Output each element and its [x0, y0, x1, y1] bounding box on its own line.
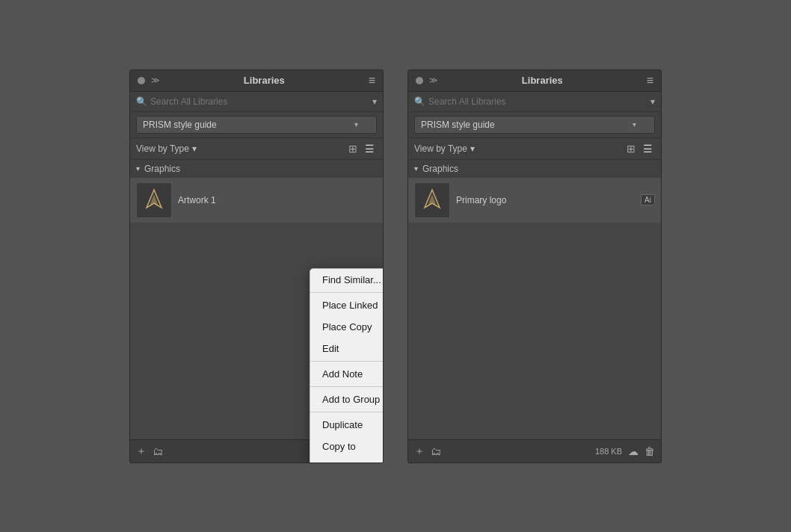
left-dropdown[interactable]: PRISM style guide ▾	[136, 116, 377, 134]
left-section-chevron: ▾	[136, 164, 140, 173]
context-menu: Find Similar... Place Linked Place Copy …	[310, 268, 384, 463]
ctx-duplicate-label: Duplicate	[322, 419, 363, 430]
artwork-label: Artwork 1	[178, 195, 216, 205]
artwork-thumbnail	[136, 182, 172, 218]
right-dropdown[interactable]: PRISM style guide ▾	[414, 116, 655, 134]
close-button[interactable]	[138, 77, 145, 84]
left-dropdown-wrapper: PRISM style guide ▾	[136, 116, 377, 134]
right-close-button[interactable]	[416, 77, 423, 84]
ctx-place-copy[interactable]: Place Copy	[310, 316, 384, 338]
ctx-duplicate[interactable]: Duplicate	[310, 414, 384, 436]
ctx-place-copy-label: Place Copy	[322, 321, 372, 332]
right-view-icons: ⊞ ☰	[624, 142, 655, 155]
left-panel-title: Libraries	[244, 75, 285, 86]
ctx-sep-2	[310, 361, 384, 362]
ctx-copy-to-label: Copy to	[322, 441, 356, 452]
right-panel-footer: ＋ 🗂 188 KB ☁ 🗑	[408, 439, 661, 463]
primary-logo-label: Primary logo	[456, 195, 506, 205]
ctx-edit-label: Edit	[322, 343, 339, 354]
right-collapse-button[interactable]: ≫	[429, 75, 438, 85]
ctx-find-similar-label: Find Similar...	[322, 274, 381, 285]
left-dropdown-chevron: ▾	[354, 120, 358, 129]
ctx-edit[interactable]: Edit	[310, 338, 384, 359]
left-panel: ≫ Libraries ≡ 🔍 ▾ PRISM style guide ▾ Vi…	[129, 69, 384, 463]
artwork-svg-icon	[141, 187, 167, 214]
ctx-sep-4	[310, 412, 384, 412]
collapse-button[interactable]: ≫	[151, 75, 160, 85]
artwork-item[interactable]: Artwork 1	[130, 178, 383, 223]
primary-logo-item[interactable]: Primary logo Ai	[408, 178, 661, 223]
right-panel-menu-icon[interactable]: ≡	[647, 75, 653, 87]
right-graphics-section[interactable]: ▾ Graphics	[408, 160, 661, 178]
left-dropdown-row: PRISM style guide ▾	[130, 112, 383, 138]
left-panel-menu-icon[interactable]: ≡	[369, 75, 375, 87]
ctx-place-linked-label: Place Linked	[322, 300, 378, 311]
right-search-icon: 🔍	[414, 96, 425, 107]
ctx-copy-to[interactable]: Copy to ▶	[310, 436, 384, 457]
right-view-type-chevron: ▾	[470, 143, 475, 154]
titlebar-left: ≫	[138, 75, 160, 85]
ctx-find-similar[interactable]: Find Similar...	[310, 269, 384, 291]
left-view-by-type[interactable]: View by Type ▾	[136, 143, 197, 154]
right-dropdown-wrapper: PRISM style guide ▾	[414, 116, 655, 134]
right-section-label: Graphics	[422, 164, 458, 174]
left-section-label: Graphics	[144, 164, 180, 174]
ctx-place-linked[interactable]: Place Linked	[310, 294, 384, 316]
right-trash-icon[interactable]: 🗑	[644, 445, 655, 457]
right-search-bar: 🔍 ▾	[408, 92, 661, 112]
left-list-view-button[interactable]: ☰	[363, 142, 377, 155]
primary-logo-badge: Ai	[641, 194, 655, 205]
right-panel: ≫ Libraries ≡ 🔍 ▾ PRISM style guide ▾ Vi…	[407, 69, 662, 463]
right-dropdown-row: PRISM style guide ▾	[408, 112, 661, 138]
ctx-move-to-label: Move to	[322, 463, 357, 463]
right-add-icon[interactable]: ＋	[414, 445, 425, 458]
right-panel-title: Libraries	[522, 75, 563, 86]
right-list-view-button[interactable]: ☰	[641, 142, 655, 155]
right-view-by-type-label: View by Type	[414, 143, 467, 154]
left-grid-view-button[interactable]: ⊞	[346, 142, 360, 155]
ctx-add-to-group-label: Add to Group	[322, 394, 380, 405]
primary-logo-svg-icon	[419, 187, 446, 214]
right-panel-titlebar: ≫ Libraries ≡	[408, 70, 661, 92]
folder-icon[interactable]: 🗂	[153, 445, 163, 457]
left-view-type-chevron: ▾	[192, 143, 197, 154]
right-dropdown-value: PRISM style guide	[421, 120, 495, 130]
ctx-add-to-group[interactable]: Add to Group ▶	[310, 389, 384, 410]
right-cloud-icon[interactable]: ☁	[628, 445, 638, 457]
left-view-controls: View by Type ▾ ⊞ ☰	[130, 138, 383, 160]
left-view-icons: ⊞ ☰	[346, 142, 377, 155]
right-search-input[interactable]	[428, 96, 647, 107]
ctx-move-to[interactable]: Move to ▶	[310, 457, 384, 463]
search-icon: 🔍	[136, 96, 147, 107]
right-panel-content: Primary logo Ai	[408, 178, 661, 439]
right-file-size: 188 KB	[595, 447, 622, 456]
primary-logo-thumbnail	[414, 182, 450, 218]
right-view-by-type[interactable]: View by Type ▾	[414, 143, 475, 154]
panels-container: ≫ Libraries ≡ 🔍 ▾ PRISM style guide ▾ Vi…	[129, 69, 662, 463]
right-titlebar-left: ≫	[416, 75, 438, 85]
left-view-by-type-label: View by Type	[136, 143, 189, 154]
left-dropdown-value: PRISM style guide	[143, 120, 217, 130]
left-search-bar: 🔍 ▾	[130, 92, 383, 112]
left-panel-titlebar: ≫ Libraries ≡	[130, 70, 383, 92]
left-search-input[interactable]	[150, 96, 369, 107]
left-graphics-section[interactable]: ▾ Graphics	[130, 160, 383, 178]
left-search-chevron[interactable]: ▾	[372, 96, 377, 107]
ctx-add-note-label: Add Note	[322, 368, 363, 380]
ctx-add-note[interactable]: Add Note	[310, 363, 384, 385]
add-icon[interactable]: ＋	[136, 445, 147, 458]
right-grid-view-button[interactable]: ⊞	[624, 142, 638, 155]
right-search-chevron[interactable]: ▾	[650, 96, 655, 107]
ctx-sep-1	[310, 292, 384, 293]
right-view-controls: View by Type ▾ ⊞ ☰	[408, 138, 661, 160]
right-dropdown-chevron: ▾	[633, 120, 636, 129]
ctx-sep-3	[310, 386, 384, 387]
right-section-chevron: ▾	[414, 164, 418, 173]
right-folder-icon[interactable]: 🗂	[431, 445, 441, 457]
